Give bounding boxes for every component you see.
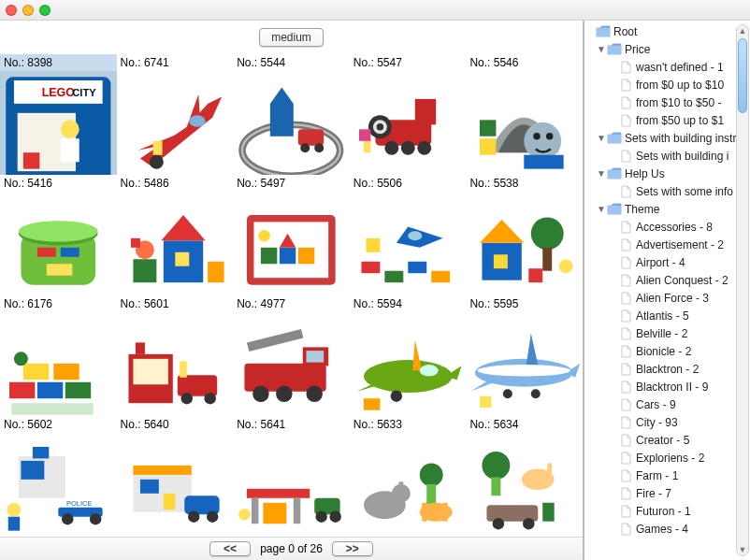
thumbnail-cell[interactable]: No.: 5416 — [0, 175, 117, 295]
spacer-icon — [607, 62, 618, 73]
spacer-icon — [607, 452, 618, 464]
tree-item[interactable]: Creator - 5 — [584, 432, 750, 448]
tree-label: City - 93 — [636, 416, 678, 429]
thumbnail-cell[interactable]: No.: 5546 — [466, 54, 583, 175]
svg-rect-124 — [247, 489, 310, 498]
tree-item[interactable]: Games - 4 — [584, 521, 750, 537]
tree-folder[interactable]: ▼Theme — [584, 201, 750, 217]
thumbnail-cell[interactable]: No.: 5594 — [350, 295, 467, 416]
svg-point-131 — [238, 509, 250, 520]
thumbnail-image — [466, 192, 583, 295]
thumbnail-cell[interactable]: No.: 5595 — [466, 295, 583, 416]
thumbnail-label: No.: 5497 — [233, 175, 350, 192]
svg-rect-22 — [415, 99, 436, 124]
svg-point-97 — [390, 390, 401, 401]
prev-page-button[interactable]: << — [209, 541, 251, 556]
spacer-icon — [607, 79, 618, 91]
thumbnail-cell[interactable]: No.: 5633 — [350, 416, 467, 537]
tree-item[interactable]: Airport - 4 — [584, 254, 750, 270]
file-icon — [618, 292, 633, 305]
svg-rect-74 — [23, 364, 49, 380]
tree-item[interactable]: from $10 to $50 - — [584, 94, 750, 110]
tree-item[interactable]: Blacktron II - 9 — [584, 379, 750, 395]
svg-point-31 — [525, 122, 562, 160]
thumbnail-cell[interactable]: No.: 5547 — [350, 54, 467, 175]
file-icon — [618, 61, 633, 74]
tree-item[interactable]: Advertisement - 2 — [584, 237, 750, 252]
tree-item[interactable]: Alien Conquest - 2 — [584, 272, 750, 288]
svg-rect-66 — [494, 254, 508, 268]
svg-text:POLICE: POLICE — [66, 499, 92, 508]
tree-folder[interactable]: ▼Sets with building instr — [584, 130, 750, 146]
thumbnail-cell[interactable]: No.: 5544 — [233, 54, 350, 175]
tree-view[interactable]: Root▼Pricewasn't defined - 1from $0 up t… — [584, 22, 750, 538]
tree-label: Sets with building instr — [625, 132, 736, 145]
tree-item[interactable]: Sets with building i — [584, 148, 750, 164]
thumbnail-cell[interactable]: No.: 8398LEGO CITY — [0, 54, 117, 175]
tree-item[interactable]: City - 93 — [584, 414, 750, 430]
disclosure-arrow-icon[interactable]: ▼ — [596, 168, 607, 179]
tree-item[interactable]: Futuron - 1 — [584, 503, 750, 519]
thumbnail-cell[interactable]: No.: 5486 — [117, 175, 234, 295]
tree-item[interactable]: wasn't defined - 1 — [584, 59, 750, 75]
tree-item[interactable]: Blacktron - 2 — [584, 361, 750, 377]
spacer-icon — [607, 310, 618, 322]
tree-label: from $50 up to $1 — [636, 114, 724, 127]
svg-point-89 — [252, 385, 268, 401]
disclosure-arrow-icon[interactable]: ▼ — [596, 133, 607, 144]
svg-rect-139 — [442, 502, 447, 521]
svg-point-140 — [483, 452, 511, 480]
tree-item[interactable]: Cars - 9 — [584, 396, 750, 412]
window-close-button[interactable] — [6, 5, 17, 16]
thumbnail-cell[interactable]: No.: 6741 — [117, 54, 234, 175]
thumbnail-cell[interactable]: No.: 5601 — [117, 295, 234, 416]
tree-item[interactable]: Farm - 1 — [584, 467, 750, 483]
thumbnail-image — [0, 192, 117, 295]
tree-item[interactable]: Atlantis - 5 — [584, 308, 750, 323]
file-icon — [618, 238, 633, 251]
thumbnail-cell[interactable]: No.: 5641 — [233, 416, 350, 537]
tree-item[interactable]: Fire - 7 — [584, 485, 750, 501]
thumbnail-cell[interactable]: No.: 5634 — [466, 416, 583, 537]
scroll-up-icon[interactable]: ▲ — [738, 25, 748, 36]
window-minimize-button[interactable] — [22, 5, 34, 16]
tree-item[interactable]: Belville - 2 — [584, 325, 750, 341]
tree-item[interactable]: from $0 up to $10 — [584, 77, 750, 93]
thumbnail-image — [350, 192, 467, 295]
svg-rect-109 — [21, 461, 44, 480]
thumbnail-cell[interactable]: No.: 4977 — [233, 295, 350, 416]
tree-folder[interactable]: ▼Help Us — [584, 165, 750, 181]
tree-item[interactable]: Bionicle - 2 — [584, 343, 750, 359]
tree-label: Theme — [625, 203, 659, 216]
svg-rect-150 — [608, 135, 621, 143]
tree-label: Cars - 9 — [636, 398, 676, 411]
sidebar-scrollbar[interactable]: ▲ ▼ — [736, 24, 749, 556]
tree-label: Price — [625, 43, 650, 56]
disclosure-arrow-icon[interactable]: ▼ — [596, 44, 607, 55]
thumbnail-cell[interactable]: No.: 6176 — [0, 295, 117, 416]
svg-point-96 — [420, 365, 439, 376]
tree-item[interactable]: from $50 up to $1 — [584, 112, 750, 128]
size-button[interactable]: medium — [259, 28, 324, 47]
thumbnail-cell[interactable]: No.: 5538 — [466, 175, 583, 295]
tree-item[interactable]: Accessories - 8 — [584, 219, 750, 235]
disclosure-arrow-icon[interactable]: ▼ — [596, 204, 607, 215]
next-page-button[interactable]: >> — [332, 541, 373, 556]
tree-folder[interactable]: ▼Price — [584, 41, 750, 57]
tree-root[interactable]: Root — [584, 23, 750, 39]
tree-item[interactable]: Exploriens - 2 — [584, 450, 750, 466]
thumbnail-cell[interactable]: No.: 5602POLICE — [0, 416, 117, 537]
tree-item[interactable]: Sets with some info — [584, 183, 750, 199]
thumbnail-cell[interactable]: No.: 5497 — [233, 175, 350, 295]
window-zoom-button[interactable] — [39, 5, 50, 16]
scroll-down-icon[interactable]: ▼ — [738, 544, 748, 555]
toolbar: medium — [0, 21, 583, 54]
tree-label: Blacktron - 2 — [636, 363, 699, 376]
thumbnail-cell[interactable]: No.: 5506 — [350, 175, 467, 295]
tree-item[interactable]: Alien Force - 3 — [584, 290, 750, 306]
scroll-thumb[interactable] — [738, 38, 747, 113]
svg-rect-57 — [361, 262, 380, 273]
thumbnail-cell[interactable]: No.: 5640 — [117, 416, 234, 537]
svg-point-56 — [259, 230, 270, 241]
svg-point-70 — [559, 259, 573, 273]
